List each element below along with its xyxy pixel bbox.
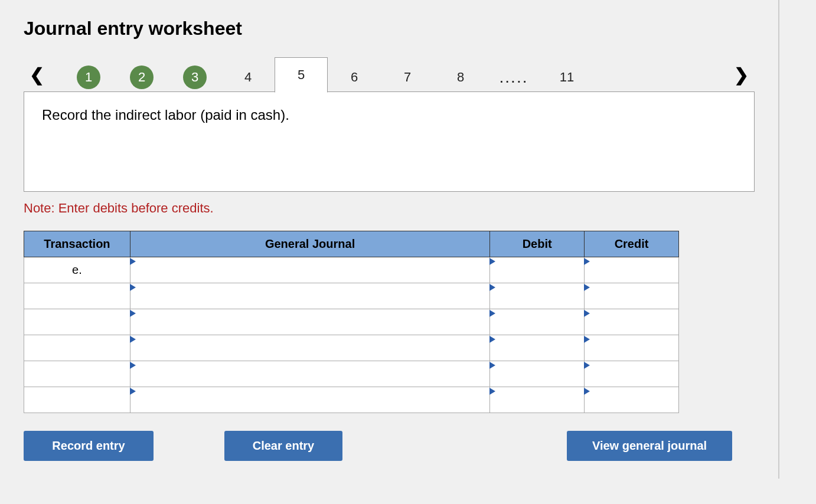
note-text: Note: Enter debits before credits. [24, 201, 755, 216]
prev-arrow-icon[interactable]: ❮ [24, 64, 50, 85]
cell-general-journal[interactable] [130, 257, 489, 283]
cell-general-journal[interactable] [130, 283, 489, 309]
tab-step-7[interactable]: 7 [381, 63, 434, 92]
button-row: Record entry Clear entry View general jo… [24, 431, 732, 461]
cell-credit[interactable] [585, 387, 679, 413]
tab-step-6[interactable]: 6 [328, 63, 381, 92]
view-general-journal-button[interactable]: View general journal [567, 431, 732, 461]
cell-general-journal[interactable] [130, 361, 489, 387]
cell-transaction[interactable]: e. [24, 257, 130, 283]
cell-transaction[interactable] [24, 387, 130, 413]
next-arrow-icon[interactable]: ❯ [728, 64, 755, 85]
table-row [24, 387, 679, 413]
tab-step-2[interactable]: 2 [115, 63, 168, 92]
table-row [24, 335, 679, 361]
tab-navigation: ❮ 12345678.....11 ❯ [24, 57, 755, 92]
instruction-text: Record the indirect labor (paid in cash)… [42, 107, 289, 123]
tab-step-8[interactable]: 8 [434, 63, 487, 92]
cell-debit[interactable] [490, 335, 585, 361]
cell-credit[interactable] [585, 309, 679, 335]
cell-debit[interactable] [490, 361, 585, 387]
cell-debit[interactable] [490, 309, 585, 335]
tab-ellipsis: ..... [487, 63, 540, 92]
journal-table: Transaction General Journal Debit Credit… [24, 231, 679, 413]
cell-transaction[interactable] [24, 335, 130, 361]
cell-general-journal[interactable] [130, 309, 489, 335]
tab-step-4[interactable]: 4 [221, 63, 275, 92]
cell-general-journal[interactable] [130, 335, 489, 361]
cell-general-journal[interactable] [130, 387, 489, 413]
record-entry-button[interactable]: Record entry [24, 431, 154, 461]
cell-credit[interactable] [585, 335, 679, 361]
table-row [24, 361, 679, 387]
header-credit: Credit [585, 231, 679, 257]
header-debit: Debit [490, 231, 585, 257]
tab-step-3[interactable]: 3 [168, 63, 221, 92]
clear-entry-button[interactable]: Clear entry [224, 431, 342, 461]
cell-debit[interactable] [490, 387, 585, 413]
tab-step-1[interactable]: 1 [62, 63, 115, 92]
cell-transaction[interactable] [24, 309, 130, 335]
cell-debit[interactable] [490, 257, 585, 283]
cell-credit[interactable] [585, 283, 679, 309]
table-row: e. [24, 257, 679, 283]
cell-transaction[interactable] [24, 283, 130, 309]
cell-debit[interactable] [490, 283, 585, 309]
table-row [24, 309, 679, 335]
tab-step-5[interactable]: 5 [275, 57, 328, 93]
table-row [24, 283, 679, 309]
header-transaction: Transaction [24, 231, 130, 257]
instruction-box: Record the indirect labor (paid in cash)… [24, 91, 755, 192]
cell-transaction[interactable] [24, 361, 130, 387]
cell-credit[interactable] [585, 361, 679, 387]
header-general-journal: General Journal [130, 231, 489, 257]
cell-credit[interactable] [585, 257, 679, 283]
page-title: Journal entry worksheet [24, 18, 755, 40]
tab-step-11[interactable]: 11 [540, 63, 593, 92]
